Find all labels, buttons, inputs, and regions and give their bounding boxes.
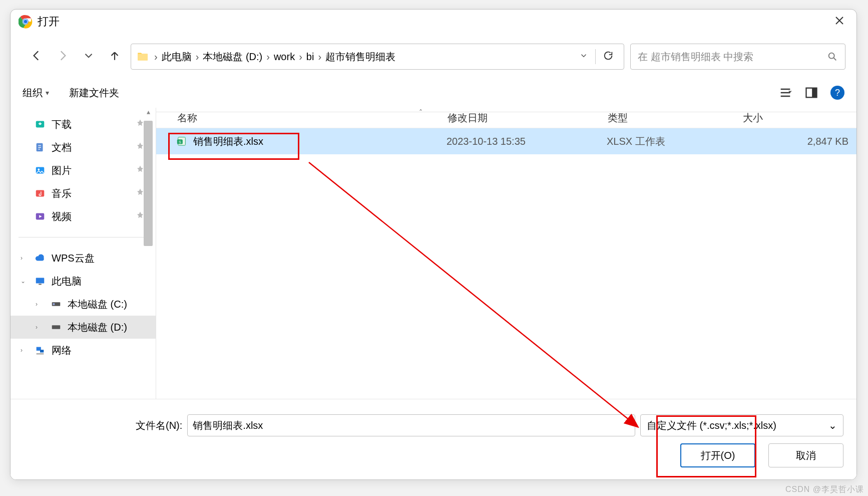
crumb-this-pc[interactable]: 此电脑 (161, 50, 193, 64)
sidebar-item-label: 音乐 (52, 187, 72, 200)
file-open-dialog: 打开 › 此电脑 › 本地磁盘 (D:) › (10, 9, 857, 480)
column-type[interactable]: 类型 (608, 111, 743, 125)
crumb-work[interactable]: work (273, 51, 296, 63)
sidebar-item-wps-cloud[interactable]: › WPS云盘 (11, 246, 156, 270)
chevron-right-icon: › (21, 255, 23, 262)
view-list-button[interactable] (778, 86, 792, 100)
sidebar-item-label: 图片 (52, 164, 72, 177)
cancel-button-label: 取消 (796, 449, 816, 462)
svg-rect-16 (53, 303, 55, 305)
sidebar-scrollbar[interactable]: ▴ ▾ (141, 108, 156, 416)
divider (19, 237, 148, 237)
sidebar-item-label: 下载 (52, 118, 72, 131)
sidebar-item-pictures[interactable]: 图片 (11, 159, 156, 182)
chevron-right-icon: › (263, 51, 273, 63)
chevron-right-icon: › (21, 347, 23, 354)
filename-label: 文件名(N): (136, 419, 182, 432)
nav-forward-button[interactable] (53, 49, 73, 65)
chevron-down-icon: ▾ (46, 89, 49, 97)
svg-point-10 (38, 168, 40, 170)
file-list-panel: 名称˄ 修改日期 类型 大小 S 销售明细表.xlsx 2023-10-13 1… (156, 108, 856, 416)
sidebar-item-drive-c[interactable]: › 本地磁盘 (C:) (11, 293, 156, 316)
chevron-right-icon: › (36, 324, 38, 331)
network-icon (34, 345, 47, 356)
watermark: CSDN @李昊哲小课 (785, 484, 864, 495)
svg-rect-13 (36, 278, 45, 284)
pictures-icon (34, 165, 47, 176)
help-button[interactable]: ? (830, 86, 844, 100)
column-name: 名称˄ (156, 111, 448, 125)
sidebar-item-drive-d[interactable]: › 本地磁盘 (D:) (11, 316, 156, 339)
divider (595, 49, 596, 64)
drive-icon (50, 322, 63, 333)
crumb-bi[interactable]: bi (305, 51, 315, 63)
documents-icon (34, 142, 47, 153)
file-size: 2,847 KB (742, 136, 856, 147)
sidebar-item-label: WPS云盘 (52, 252, 95, 265)
refresh-button[interactable] (598, 50, 619, 64)
address-dropdown[interactable] (574, 51, 593, 63)
chrome-icon (19, 15, 33, 29)
file-row[interactable]: S 销售明细表.xlsx 2023-10-13 15:35 XLSX 工作表 2… (156, 128, 856, 154)
search-icon (827, 51, 838, 62)
titlebar: 打开 (11, 10, 856, 34)
music-icon (34, 188, 47, 199)
sidebar: 下载 文档 图片 音乐 (11, 108, 156, 416)
new-folder-label: 新建文件夹 (69, 86, 119, 100)
annotation-box-file (168, 133, 299, 160)
sidebar-item-label: 本地磁盘 (C:) (68, 298, 127, 311)
svg-rect-14 (39, 284, 42, 285)
downloads-icon (34, 119, 47, 130)
folder-icon (136, 50, 149, 63)
sidebar-item-network[interactable]: › 网络 (11, 339, 156, 362)
breadcrumb: 此电脑 › 本地磁盘 (D:) › work › bi › 超市销售明细表 (161, 50, 574, 64)
column-headers[interactable]: 名称˄ 修改日期 类型 大小 (156, 108, 856, 128)
chevron-right-icon: › (193, 51, 202, 63)
crumb-current[interactable]: 超市销售明细表 (324, 50, 396, 64)
sidebar-item-downloads[interactable]: 下载 (11, 113, 156, 136)
sidebar-item-this-pc[interactable]: ⌄ 此电脑 (11, 270, 156, 293)
filetype-value: 自定义文件 (*.csv;*.xls;*.xlsx) (647, 419, 776, 432)
nav-up-button[interactable] (105, 49, 125, 65)
file-type: XLSX 工作表 (607, 135, 742, 148)
column-size[interactable]: 大小 (743, 111, 856, 125)
cancel-button[interactable]: 取消 (768, 443, 843, 467)
filetype-select[interactable]: 自定义文件 (*.csv;*.xls;*.xlsx) ⌄ (640, 414, 843, 436)
preview-pane-button[interactable] (804, 86, 818, 100)
nav-back-button[interactable] (27, 49, 47, 65)
search-input[interactable]: 在 超市销售明细表 中搜索 (630, 44, 845, 70)
nav-history-dropdown[interactable] (79, 49, 99, 65)
toolbar: 组织 ▾ 新建文件夹 ? (11, 74, 856, 112)
chevron-right-icon: › (151, 51, 161, 63)
footer: 文件名(N): 自定义文件 (*.csv;*.xls;*.xlsx) ⌄ 打开(… (11, 399, 856, 479)
svg-point-4 (829, 53, 834, 59)
scroll-thumb[interactable] (144, 121, 153, 246)
videos-icon (34, 211, 47, 222)
sidebar-item-label: 本地磁盘 (D:) (68, 321, 127, 334)
organize-button[interactable]: 组织 ▾ (23, 86, 49, 100)
svg-rect-19 (40, 350, 44, 353)
filename-input[interactable] (187, 414, 635, 436)
navigation-row: › 此电脑 › 本地磁盘 (D:) › work › bi › 超市销售明细表 … (11, 34, 856, 74)
chevron-right-icon: › (36, 301, 38, 308)
chevron-down-icon: ⌄ (21, 278, 26, 285)
sidebar-item-label: 视频 (52, 210, 72, 223)
sidebar-item-music[interactable]: 音乐 (11, 182, 156, 205)
sidebar-item-videos[interactable]: 视频 (11, 205, 156, 228)
cloud-icon (34, 253, 47, 264)
file-date: 2023-10-13 15:35 (447, 136, 607, 147)
address-bar[interactable]: › 此电脑 › 本地磁盘 (D:) › work › bi › 超市销售明细表 (131, 44, 624, 70)
scroll-up-icon[interactable]: ▴ (147, 108, 150, 120)
open-button[interactable]: 打开(O) (680, 443, 755, 467)
close-button[interactable] (830, 13, 848, 31)
chevron-down-icon: ⌄ (828, 419, 837, 431)
chevron-right-icon: › (296, 51, 305, 63)
dialog-title: 打开 (38, 14, 60, 29)
column-date[interactable]: 修改日期 (448, 111, 608, 125)
svg-point-3 (24, 20, 28, 24)
sort-asc-icon: ˄ (419, 108, 422, 116)
crumb-drive-d[interactable]: 本地磁盘 (D:) (202, 50, 263, 64)
open-button-label: 打开(O) (701, 449, 735, 462)
sidebar-item-documents[interactable]: 文档 (11, 136, 156, 159)
new-folder-button[interactable]: 新建文件夹 (69, 86, 119, 100)
